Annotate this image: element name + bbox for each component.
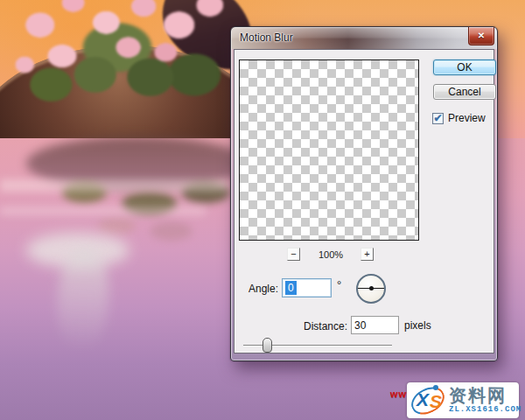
preview-checkbox[interactable]: ✔ <box>432 113 444 124</box>
zoom-in-button[interactable]: + <box>360 248 374 261</box>
ok-button[interactable]: OK <box>433 60 496 75</box>
angle-dial[interactable] <box>356 274 386 304</box>
checkmark-icon: ✔ <box>433 112 442 124</box>
degree-symbol: ° <box>337 278 341 291</box>
zoom-level-value: 100% <box>304 249 357 260</box>
zoom-out-button[interactable]: − <box>287 248 300 261</box>
preview-checkbox-row[interactable]: ✔ Preview <box>432 112 486 124</box>
dialog-title: Motion Blur <box>240 27 293 49</box>
water-shimmer <box>0 206 206 215</box>
distance-slider-thumb[interactable] <box>262 338 272 353</box>
plus-icon: + <box>364 248 369 259</box>
water-shimmer <box>0 179 228 192</box>
logo-letter-s: S <box>430 391 442 412</box>
angle-dial-center-dot <box>369 286 374 290</box>
minus-icon: − <box>290 248 296 259</box>
motion-blur-dialog: Motion Blur ✕ − 100% + Angle: 0 ° Distan… <box>230 26 498 361</box>
close-icon: ✕ <box>478 31 485 40</box>
distance-label: Distance: <box>278 320 347 332</box>
watermark-site-domain: ZL.XS1616.COM <box>449 406 522 414</box>
angle-value-selected: 0 <box>285 281 297 295</box>
logo-dot <box>433 385 438 390</box>
blur-preview-panel[interactable] <box>239 60 419 241</box>
watermark-badge: X S 资料网 ZL.XS1616.COM <box>407 382 519 418</box>
preview-checkbox-label: Preview <box>448 112 486 124</box>
angle-input[interactable]: 0 <box>282 278 332 298</box>
logo-letter-x: X <box>416 389 429 410</box>
angle-label: Angle: <box>234 283 278 295</box>
distance-value: 30 <box>354 319 366 332</box>
distance-unit-label: pixels <box>404 319 431 332</box>
dialog-titlebar[interactable]: Motion Blur <box>231 27 497 49</box>
xs-logo-icon: X S <box>409 385 449 416</box>
watermark-site-name: 资料网 <box>449 387 522 404</box>
distance-input[interactable]: 30 <box>351 316 399 334</box>
cancel-button[interactable]: Cancel <box>433 84 496 100</box>
rose-bush <box>7 0 228 112</box>
close-button[interactable]: ✕ <box>468 27 494 46</box>
dialog-body: − 100% + Angle: 0 ° Distance: 30 pixels … <box>234 49 494 354</box>
